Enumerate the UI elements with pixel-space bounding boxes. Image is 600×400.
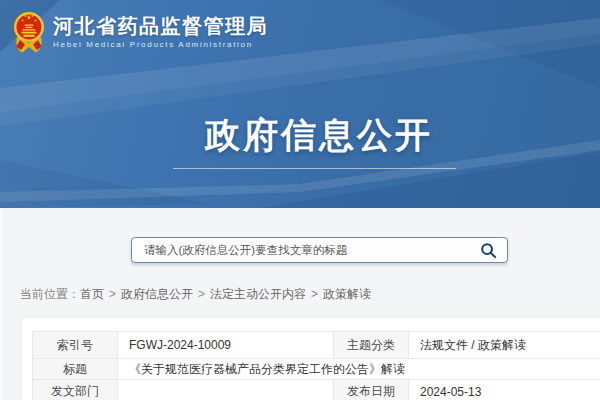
breadcrumb-item-home[interactable]: 首页 — [80, 287, 104, 301]
table-row-title: 标题 《关于规范医疗器械产品分类界定工作的公告》解读 — [33, 359, 600, 380]
search-box — [131, 237, 508, 263]
doc-title-label: 标题 — [33, 359, 118, 380]
banner-title-wrap: 政府信息公开 — [0, 117, 600, 152]
document-info-table: 索引号 FGWJ-2024-10009 主题分类 法规文件 / 政策解读 标题 … — [32, 331, 600, 400]
org-name-cn: 河北省药品监督管理局 — [53, 15, 268, 37]
breadcrumb-separator: > — [104, 287, 121, 301]
publish-date-label: 发布日期 — [334, 380, 409, 400]
org-names: 河北省药品监督管理局 Hebei Medical Products Admini… — [53, 10, 268, 49]
page-left-edge — [0, 208, 3, 400]
banner-underline — [173, 168, 456, 169]
breadcrumb-item-policy-interpretation: 政策解读 — [323, 287, 371, 301]
breadcrumb: 当前位置：首页>政府信息公开>法定主动公开内容>政策解读 — [20, 286, 371, 303]
search-button[interactable] — [477, 241, 499, 259]
hero-banner: 河北省药品监督管理局 Hebei Medical Products Admini… — [0, 0, 600, 208]
breadcrumb-separator: > — [193, 287, 210, 301]
breadcrumb-item-statutory-disclosure[interactable]: 法定主动公开内容 — [210, 287, 306, 301]
breadcrumb-separator: > — [306, 287, 323, 301]
breadcrumb-item-gov-info[interactable]: 政府信息公开 — [121, 287, 193, 301]
doc-title-value: 《关于规范医疗器械产品分类界定工作的公告》解读 — [118, 359, 600, 380]
site-logo: 河北省药品监督管理局 Hebei Medical Products Admini… — [13, 10, 268, 54]
index-number-value: FGWJ-2024-10009 — [118, 332, 334, 359]
index-number-label: 索引号 — [33, 332, 118, 359]
topic-category-value: 法规文件 / 政策解读 — [409, 332, 600, 359]
topic-category-label: 主题分类 — [334, 332, 409, 359]
org-name-en: Hebei Medical Products Administration — [53, 41, 268, 49]
banner-title: 政府信息公开 — [205, 117, 433, 152]
table-row-department-date: 发文部门 发布日期 2024-05-13 — [33, 380, 600, 400]
page: { "header": { "emblem_icon": "china-nati… — [0, 0, 600, 400]
publish-date-value: 2024-05-13 — [409, 380, 600, 400]
breadcrumb-prefix: 当前位置： — [20, 287, 80, 301]
search-input[interactable] — [132, 238, 507, 262]
issuing-department-label: 发文部门 — [33, 380, 118, 400]
china-national-emblem-icon — [13, 10, 45, 54]
issuing-department-value — [118, 380, 334, 400]
document-card: 索引号 FGWJ-2024-10009 主题分类 法规文件 / 政策解读 标题 … — [22, 318, 600, 400]
table-row-index: 索引号 FGWJ-2024-10009 主题分类 法规文件 / 政策解读 — [33, 332, 600, 359]
search-icon — [480, 242, 497, 259]
